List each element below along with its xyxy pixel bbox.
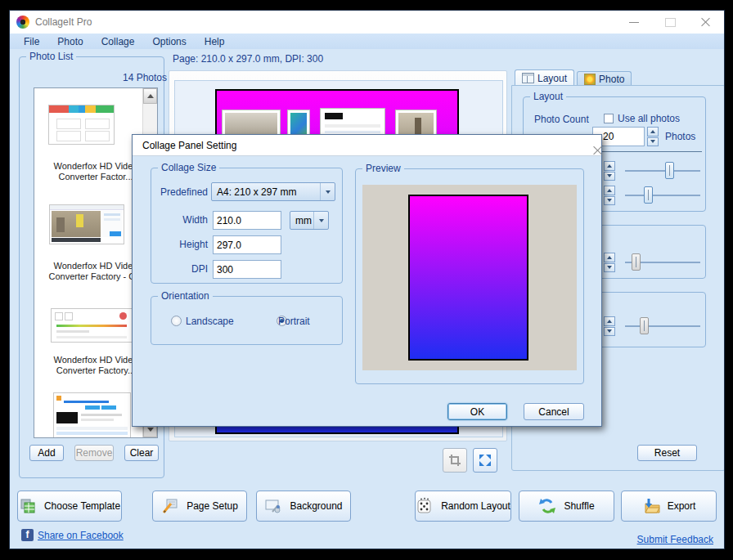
layout-slider-1-handle[interactable] bbox=[665, 162, 674, 179]
spacing-stepper[interactable] bbox=[604, 253, 615, 272]
spin-up-icon bbox=[607, 320, 612, 323]
spin-up-icon bbox=[607, 189, 612, 192]
window-title: CollageIt Pro bbox=[35, 16, 92, 28]
ok-button[interactable]: OK bbox=[447, 403, 507, 420]
shuffle-icon bbox=[538, 497, 556, 515]
spacing-slider-handle[interactable] bbox=[632, 253, 641, 271]
clear-button[interactable]: Clear bbox=[124, 445, 159, 461]
dialog-title: Collage Panel Setting bbox=[142, 140, 236, 151]
layout-slider-2-track[interactable] bbox=[625, 195, 700, 196]
page-setup-label: Page Setup bbox=[187, 500, 238, 512]
arrow-down-icon bbox=[147, 428, 154, 432]
crop-button[interactable] bbox=[443, 448, 467, 473]
menu-options[interactable]: Options bbox=[143, 34, 195, 49]
photo-list-group-label: Photo List bbox=[26, 51, 76, 62]
predefined-value: A4: 210 x 297 mm bbox=[217, 186, 296, 198]
page-info-label: Page: 210.0 x 297.0 mm, DPI: 300 bbox=[173, 53, 323, 65]
spin-down-icon bbox=[607, 266, 612, 269]
predefined-select[interactable]: A4: 210 x 297 mm bbox=[211, 182, 335, 201]
margin-stepper[interactable] bbox=[604, 316, 615, 336]
maximize-button[interactable] bbox=[652, 11, 688, 34]
scroll-up-button[interactable] bbox=[143, 88, 157, 104]
submit-feedback-link[interactable]: Submit Feedback bbox=[637, 534, 713, 545]
layout-slider-2-handle[interactable] bbox=[644, 186, 653, 204]
spin-up-icon bbox=[607, 164, 612, 168]
choose-template-label: Choose Template bbox=[44, 500, 120, 512]
photo-count-label: Photo Count bbox=[534, 114, 589, 125]
spin-up-icon bbox=[650, 130, 655, 133]
portrait-label: Portrait bbox=[278, 316, 310, 327]
choose-template-button[interactable]: Choose Template bbox=[17, 491, 122, 522]
dice-icon bbox=[416, 497, 434, 515]
spin-down-icon bbox=[650, 140, 655, 143]
remove-button[interactable]: Remove bbox=[74, 445, 114, 461]
export-button[interactable]: Export bbox=[621, 491, 717, 522]
facebook-icon: f bbox=[21, 529, 34, 541]
minimize-icon bbox=[629, 22, 639, 23]
cancel-button[interactable]: Cancel bbox=[524, 403, 584, 420]
layout-slider-2-stepper[interactable] bbox=[604, 186, 615, 205]
orientation-label: Orientation bbox=[158, 290, 213, 302]
spin-down-icon bbox=[607, 174, 612, 177]
app-logo-icon bbox=[16, 16, 29, 29]
height-input[interactable] bbox=[213, 235, 281, 254]
title-bar: CollageIt Pro bbox=[10, 11, 724, 34]
photo-count-stepper[interactable] bbox=[647, 127, 659, 146]
collage-size-label: Collage Size bbox=[158, 162, 219, 173]
layout-slider-1-stepper[interactable] bbox=[604, 161, 615, 181]
fit-page-button[interactable] bbox=[473, 448, 497, 473]
page-setup-icon bbox=[161, 497, 179, 515]
menu-file[interactable]: File bbox=[15, 34, 48, 49]
reset-button[interactable]: Reset bbox=[637, 445, 697, 461]
random-layout-button[interactable]: Random Layout bbox=[415, 491, 511, 522]
page-setup-button[interactable]: Page Setup bbox=[152, 491, 247, 522]
preview-label: Preview bbox=[362, 163, 404, 174]
height-label: Height bbox=[157, 239, 208, 250]
maximize-icon bbox=[665, 18, 676, 27]
preview-area bbox=[362, 185, 577, 370]
menu-photo[interactable]: Photo bbox=[48, 34, 92, 49]
menu-collage[interactable]: Collage bbox=[92, 34, 144, 49]
chevron-down-icon bbox=[320, 183, 335, 200]
minimize-button[interactable] bbox=[616, 11, 652, 34]
shuffle-button[interactable]: Shuffle bbox=[519, 491, 614, 522]
close-button[interactable] bbox=[688, 11, 724, 34]
width-label: Width bbox=[157, 214, 208, 226]
layout-tab-icon bbox=[522, 73, 534, 83]
menu-help[interactable]: Help bbox=[196, 34, 234, 49]
landscape-radio[interactable] bbox=[171, 316, 182, 326]
preview-page bbox=[408, 195, 528, 361]
margin-slider-track[interactable] bbox=[625, 325, 700, 327]
photos-unit-label: Photos bbox=[665, 131, 695, 142]
unit-value: mm bbox=[295, 215, 312, 226]
crop-icon bbox=[448, 454, 461, 467]
tab-photo[interactable]: Photo bbox=[577, 71, 632, 86]
layout-slider-1-track[interactable] bbox=[625, 170, 700, 172]
unit-select[interactable]: mm bbox=[290, 211, 329, 230]
layout-group-label: Layout bbox=[530, 91, 566, 102]
spin-up-icon bbox=[607, 256, 612, 259]
landscape-label: Landscape bbox=[186, 316, 234, 327]
add-button[interactable]: Add bbox=[29, 445, 64, 461]
share-facebook-link[interactable]: Share on Facebook bbox=[38, 530, 124, 541]
app-window: CollageIt Pro File Photo Collage Options… bbox=[9, 10, 725, 549]
background-icon bbox=[264, 497, 282, 515]
right-panel-tabs: Layout Photo bbox=[515, 69, 632, 86]
background-label: Background bbox=[290, 500, 342, 512]
background-button[interactable]: Background bbox=[256, 491, 351, 522]
tab-photo-label: Photo bbox=[599, 74, 624, 85]
collage-panel-setting-dialog: Collage Panel Setting Collage Size Prede… bbox=[132, 134, 602, 427]
spin-down-icon bbox=[607, 329, 612, 333]
arrow-up-icon bbox=[147, 94, 154, 98]
width-input[interactable] bbox=[213, 211, 281, 230]
screen: CollageIt Pro File Photo Collage Options… bbox=[0, 0, 733, 560]
photo-tab-icon bbox=[584, 74, 596, 85]
close-icon bbox=[701, 17, 711, 27]
use-all-photos-checkbox[interactable] bbox=[604, 114, 614, 123]
use-all-photos-label: Use all photos bbox=[618, 113, 680, 124]
tab-layout[interactable]: Layout bbox=[515, 69, 574, 86]
shuffle-label: Shuffle bbox=[564, 500, 594, 512]
chevron-down-icon bbox=[313, 212, 328, 229]
margin-slider-handle[interactable] bbox=[640, 317, 649, 334]
dpi-input[interactable] bbox=[213, 260, 281, 279]
